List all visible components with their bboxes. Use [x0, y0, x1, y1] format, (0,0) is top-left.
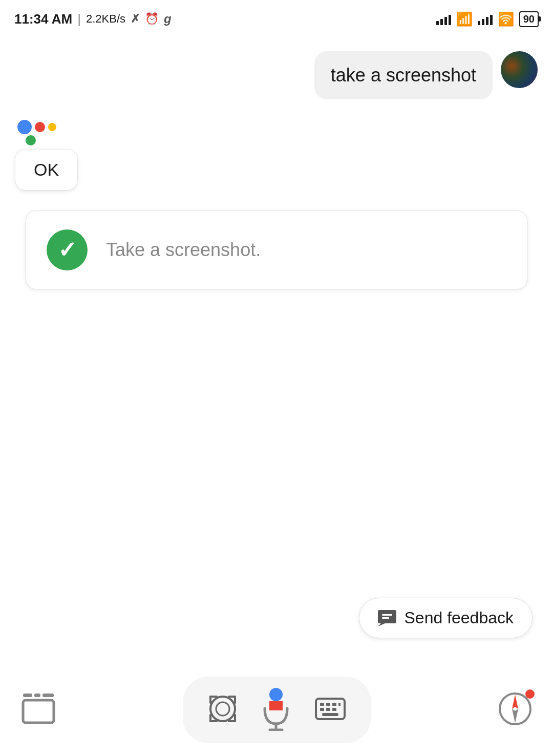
mute-icon: ✗: [131, 12, 140, 26]
dot-yellow: [48, 123, 56, 131]
wifi-icon: 📶: [456, 11, 473, 27]
svg-rect-25: [326, 703, 330, 706]
send-feedback-label: Send feedback: [405, 608, 514, 627]
success-check-circle: ✓: [47, 229, 88, 270]
separator: |: [77, 11, 81, 27]
user-message-bubble: take a screenshot: [314, 51, 493, 99]
svg-rect-29: [326, 708, 330, 711]
checkmark-icon: ✓: [58, 239, 77, 261]
svg-rect-27: [338, 703, 341, 706]
svg-rect-0: [378, 610, 396, 623]
feedback-icon: [378, 610, 396, 626]
signal-bars-1: [436, 13, 451, 25]
assistant-ok-bubble: OK: [15, 150, 77, 190]
status-bar: 11:34 AM | 2.2KB/s ✗ ⏰ g 📶 🛜 90: [0, 0, 553, 36]
wifi-icon-2: 🛜: [498, 11, 514, 27]
svg-marker-1: [378, 623, 385, 626]
compass-button[interactable]: [498, 691, 533, 728]
svg-rect-6: [42, 694, 54, 697]
signal-bars-2: [478, 13, 493, 25]
lens-button[interactable]: [208, 695, 237, 725]
send-feedback-button[interactable]: Send feedback: [359, 598, 533, 638]
svg-rect-18: [269, 688, 283, 701]
dot-red: [35, 122, 45, 132]
time-display: 11:34 AM: [14, 11, 72, 27]
user-avatar: [501, 51, 538, 88]
svg-point-9: [216, 702, 229, 716]
svg-rect-28: [320, 708, 324, 711]
dot-blue: [17, 120, 32, 134]
center-action-pill: [183, 677, 371, 743]
chat-area: take a screenshot OK ✓ Take a screenshot…: [0, 36, 553, 320]
keyboard-button[interactable]: [315, 698, 346, 722]
svg-rect-24: [320, 703, 324, 706]
compass-notification-dot: [525, 689, 535, 699]
action-card-text: Take a screenshot.: [106, 239, 261, 261]
svg-rect-4: [23, 694, 32, 697]
svg-marker-34: [512, 709, 518, 723]
user-message-text: take a screenshot: [331, 65, 476, 86]
battery-indicator: 90: [519, 11, 539, 27]
action-card: ✓ Take a screenshot.: [26, 211, 527, 289]
user-message-container: take a screenshot: [15, 51, 538, 99]
app-icon: g: [164, 12, 172, 26]
svg-rect-30: [332, 708, 336, 711]
status-left: 11:34 AM | 2.2KB/s ✗ ⏰ g: [14, 11, 172, 27]
alarm-icon: ⏰: [145, 12, 159, 26]
send-feedback-container[interactable]: Send feedback: [359, 598, 533, 638]
ok-text: OK: [34, 160, 59, 179]
svg-marker-33: [512, 695, 518, 709]
assistant-response: OK: [15, 120, 538, 190]
status-right: 📶 🛜 90: [436, 11, 539, 27]
svg-rect-31: [322, 713, 338, 716]
svg-point-8: [210, 697, 235, 721]
snapshot-nav-icon[interactable]: [20, 694, 56, 726]
data-speed: 2.2KB/s: [86, 12, 125, 26]
svg-rect-7: [23, 700, 54, 723]
svg-rect-3: [382, 617, 389, 619]
bottom-nav: [0, 664, 553, 756]
svg-rect-5: [34, 694, 40, 697]
dot-green: [26, 135, 36, 145]
google-assistant-logo: [17, 120, 56, 134]
svg-rect-2: [382, 614, 392, 616]
microphone-button[interactable]: [263, 687, 289, 733]
svg-rect-26: [332, 703, 336, 706]
